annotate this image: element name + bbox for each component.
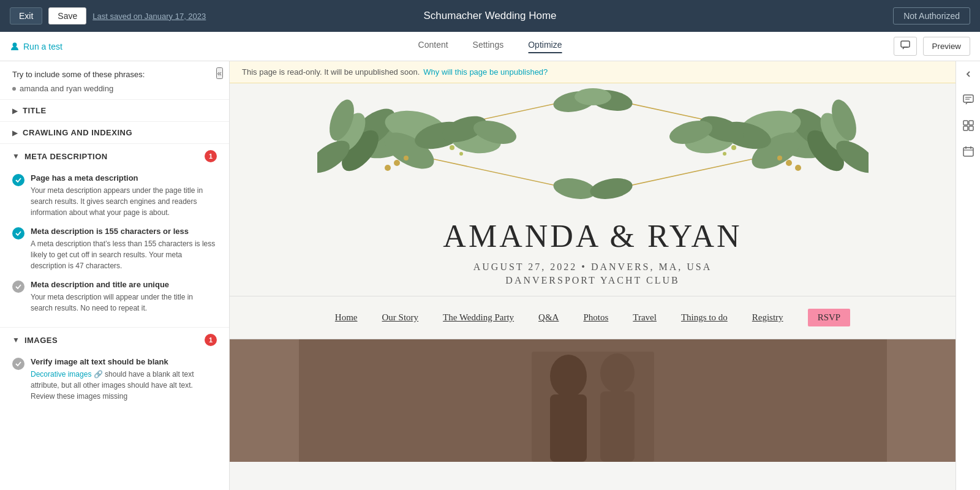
wedding-photo bbox=[230, 339, 956, 462]
chevron-right-icon: ▶ bbox=[12, 129, 18, 137]
svg-point-16 bbox=[404, 156, 409, 160]
svg-rect-53 bbox=[963, 126, 968, 130]
sub-nav: Run a test Content Settings Optimize Pre… bbox=[0, 32, 980, 61]
exit-button[interactable]: Exit bbox=[10, 7, 42, 24]
svg-point-35 bbox=[731, 145, 736, 150]
wedding-date: AUGUST 27, 2022 • DANVERS, MA, USA bbox=[230, 262, 956, 273]
svg-point-41 bbox=[588, 175, 633, 202]
check-meta-length-title: Meta description is 155 characters or le… bbox=[31, 227, 217, 236]
check-alt-text-title: Verify image alt text should be blank bbox=[31, 357, 217, 366]
svg-point-17 bbox=[385, 165, 391, 171]
phrase-item: amanda and ryan wedding bbox=[12, 84, 217, 93]
user-icon bbox=[10, 42, 20, 51]
images-badge: 1 bbox=[205, 334, 217, 346]
svg-point-40 bbox=[551, 175, 597, 202]
check-gray-icon-2 bbox=[12, 358, 24, 370]
svg-point-33 bbox=[777, 156, 782, 160]
floral-decoration bbox=[230, 83, 956, 206]
nav-home[interactable]: Home bbox=[335, 312, 358, 323]
phrase-text: amanda and ryan wedding bbox=[20, 84, 113, 93]
svg-rect-54 bbox=[969, 126, 973, 130]
svg-rect-51 bbox=[963, 121, 968, 125]
run-test-button[interactable]: Run a test bbox=[10, 42, 62, 51]
chat-button[interactable] bbox=[894, 37, 917, 56]
chat-icon bbox=[900, 40, 910, 50]
check-meta-length-desc: A meta description that’s less than 155 … bbox=[31, 238, 217, 271]
phrases-title: Try to include some of these phrases: bbox=[12, 70, 217, 79]
check-meta-unique-text: Meta description and title are unique Yo… bbox=[31, 280, 217, 314]
not-authorized-button[interactable]: Not Authorized bbox=[893, 7, 970, 24]
svg-point-19 bbox=[459, 152, 463, 156]
tab-settings[interactable]: Settings bbox=[473, 40, 504, 53]
section-images[interactable]: ▼ IMAGES 1 bbox=[0, 327, 229, 352]
tab-optimize[interactable]: Optimize bbox=[528, 40, 562, 53]
phrases-section: Try to include some of these phrases: am… bbox=[0, 61, 229, 99]
check-green-icon bbox=[12, 174, 24, 186]
couple-names: AMANDA & RYAN bbox=[230, 218, 956, 254]
check-green-icon-2 bbox=[12, 227, 24, 239]
nav-qa[interactable]: Q&A bbox=[538, 312, 559, 323]
checkmark-icon bbox=[15, 177, 21, 183]
section-images-label: IMAGES bbox=[24, 336, 58, 345]
chevron-right-icon: ▶ bbox=[12, 107, 18, 115]
check-meta-length: Meta description is 155 characters or le… bbox=[12, 227, 217, 271]
last-saved-text: Last saved on January 17, 2023 bbox=[92, 12, 206, 21]
grid-icon[interactable] bbox=[962, 119, 975, 132]
nav-travel[interactable]: Travel bbox=[633, 312, 657, 323]
section-crawling[interactable]: ▶ CRAWLING AND INDEXING bbox=[0, 121, 229, 143]
right-collapse-icon[interactable] bbox=[962, 67, 975, 81]
images-content: Verify image alt text should be blank De… bbox=[0, 352, 229, 415]
decorative-images-link[interactable]: Decorative images bbox=[31, 370, 91, 379]
nav-wedding-party[interactable]: The Wedding Party bbox=[443, 312, 514, 323]
top-bar: Exit Save Last saved on January 17, 2023… bbox=[0, 0, 980, 32]
phrase-bullet bbox=[12, 87, 16, 91]
meta-badge: 1 bbox=[205, 150, 217, 162]
nav-photos[interactable]: Photos bbox=[583, 312, 608, 323]
check-has-meta-text: Page has a meta description Your meta de… bbox=[31, 173, 217, 218]
sidebar: « Try to include some of these phrases: … bbox=[0, 61, 230, 490]
floral-svg bbox=[317, 83, 869, 206]
right-sidebar bbox=[956, 61, 980, 490]
svg-rect-55 bbox=[963, 148, 973, 156]
nav-things-to-do[interactable]: Things to do bbox=[681, 312, 728, 323]
section-meta-description[interactable]: ▼ META DESCRIPTION 1 bbox=[0, 143, 229, 168]
tab-content[interactable]: Content bbox=[418, 40, 448, 53]
meta-description-content: Page has a meta description Your meta de… bbox=[0, 168, 229, 327]
check-meta-unique-desc: Your meta description will appear under … bbox=[31, 292, 217, 314]
section-crawling-label: CRAWLING AND INDEXING bbox=[23, 128, 132, 137]
check-has-meta: Page has a meta description Your meta de… bbox=[12, 173, 217, 218]
sub-nav-right: Preview bbox=[894, 37, 970, 56]
svg-rect-45 bbox=[550, 394, 587, 462]
checkmark-icon-2 bbox=[15, 230, 21, 236]
check-has-meta-title: Page has a meta description bbox=[31, 173, 217, 183]
top-bar-right: Not Authorized bbox=[893, 7, 970, 24]
couple-photo bbox=[299, 339, 887, 462]
wedding-venue: DANVERSPORT YACHT CLUB bbox=[230, 275, 956, 286]
nav-registry[interactable]: Registry bbox=[752, 312, 783, 323]
svg-point-18 bbox=[450, 145, 454, 150]
chevron-down-icon: ▼ bbox=[12, 152, 20, 160]
nav-our-story[interactable]: Our Story bbox=[382, 312, 419, 323]
wedding-preview: AMANDA & RYAN AUGUST 27, 2022 • DANVERS,… bbox=[230, 83, 956, 462]
svg-point-36 bbox=[723, 152, 726, 156]
main-layout: « Try to include some of these phrases: … bbox=[0, 61, 980, 490]
calendar-icon[interactable] bbox=[962, 145, 975, 158]
svg-rect-52 bbox=[969, 121, 973, 125]
check-gray-icon bbox=[12, 281, 24, 293]
nav-rsvp[interactable]: RSVP bbox=[808, 309, 851, 326]
svg-rect-48 bbox=[963, 95, 973, 102]
wedding-title-section: AMANDA & RYAN AUGUST 27, 2022 • DANVERS,… bbox=[230, 206, 956, 296]
svg-point-0 bbox=[13, 42, 17, 47]
section-meta-label: META DESCRIPTION bbox=[24, 152, 108, 161]
save-button[interactable]: Save bbox=[48, 7, 86, 24]
sidebar-collapse-button[interactable]: « bbox=[216, 67, 223, 79]
unpublished-link[interactable]: Why will this page be unpublished? bbox=[423, 67, 548, 77]
checkmark-gray-icon bbox=[15, 284, 21, 290]
chat-bubble-icon[interactable] bbox=[962, 93, 975, 107]
preview-button[interactable]: Preview bbox=[923, 37, 970, 56]
section-title[interactable]: ▶ TITLE bbox=[0, 99, 229, 121]
check-alt-text-desc: Decorative images 🔗 should have a blank … bbox=[31, 369, 217, 402]
top-bar-left: Exit Save Last saved on January 17, 2023 bbox=[10, 7, 206, 24]
check-alt-text: Verify image alt text should be blank De… bbox=[12, 357, 217, 402]
read-only-banner: This page is read-only. It will be unpub… bbox=[230, 61, 956, 83]
